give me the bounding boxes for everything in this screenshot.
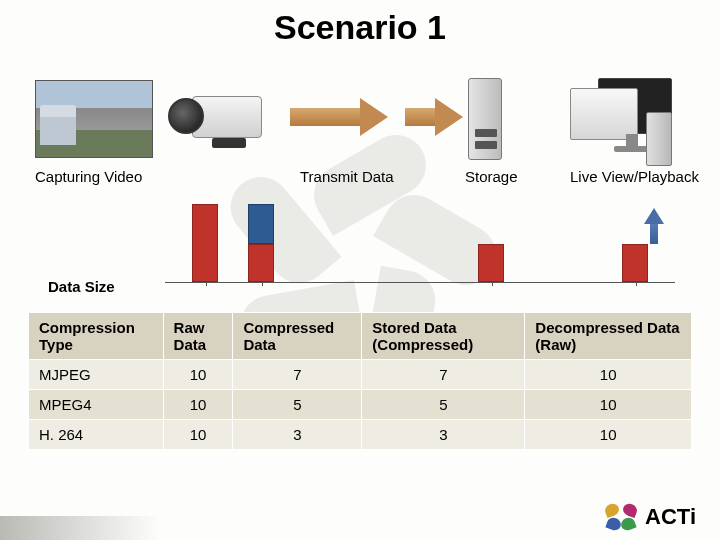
table-row: MPEG4 10 5 5 10 [29, 390, 692, 420]
cell-decompressed: 10 [525, 390, 692, 420]
cell-raw: 10 [163, 360, 233, 390]
cell-decompressed: 10 [525, 420, 692, 450]
cell-compressed: 5 [233, 390, 362, 420]
camera-icon [168, 88, 278, 150]
label-transmit: Transmit Data [300, 168, 394, 185]
table-row: MJPEG 10 7 7 10 [29, 360, 692, 390]
th-raw-data: Raw Data [163, 313, 233, 360]
th-compression-type: Compression Type [29, 313, 164, 360]
bar-decompressed [622, 244, 648, 282]
bar-raw [192, 204, 218, 282]
bar-compressed [248, 204, 274, 282]
cell-decompressed: 10 [525, 360, 692, 390]
th-stored-data: Stored Data (Compressed) [362, 313, 525, 360]
chart-axis [165, 282, 675, 283]
cell-type: H. 264 [29, 420, 164, 450]
workstation-icon [570, 78, 680, 164]
arrow-transmit-icon [290, 102, 390, 132]
cell-compressed: 3 [233, 420, 362, 450]
cell-stored: 7 [362, 360, 525, 390]
cell-raw: 10 [163, 390, 233, 420]
server-icon [468, 78, 502, 160]
cell-stored: 5 [362, 390, 525, 420]
acti-logo: ACTi [605, 504, 696, 530]
data-size-label: Data Size [48, 278, 115, 295]
cell-stored: 3 [362, 420, 525, 450]
label-capturing: Capturing Video [35, 168, 142, 185]
data-size-chart: Data Size [0, 200, 720, 310]
cell-type: MJPEG [29, 360, 164, 390]
cell-compressed: 7 [233, 360, 362, 390]
table-row: H. 264 10 3 3 10 [29, 420, 692, 450]
butterfly-icon [605, 504, 637, 530]
bar-stored [478, 244, 504, 282]
label-live: Live View/Playback [570, 168, 699, 185]
scene-photo [35, 80, 153, 158]
compression-table: Compression Type Raw Data Compressed Dat… [28, 312, 692, 450]
bottom-gradient-decoration [0, 516, 160, 540]
decompress-arrow-icon [646, 208, 662, 244]
slide-title: Scenario 1 [0, 0, 720, 47]
table-header-row: Compression Type Raw Data Compressed Dat… [29, 313, 692, 360]
logo-text: ACTi [645, 504, 696, 530]
label-storage: Storage [465, 168, 518, 185]
th-decompressed: Decompressed Data (Raw) [525, 313, 692, 360]
th-compressed-data: Compressed Data [233, 313, 362, 360]
cell-type: MPEG4 [29, 390, 164, 420]
cell-raw: 10 [163, 420, 233, 450]
